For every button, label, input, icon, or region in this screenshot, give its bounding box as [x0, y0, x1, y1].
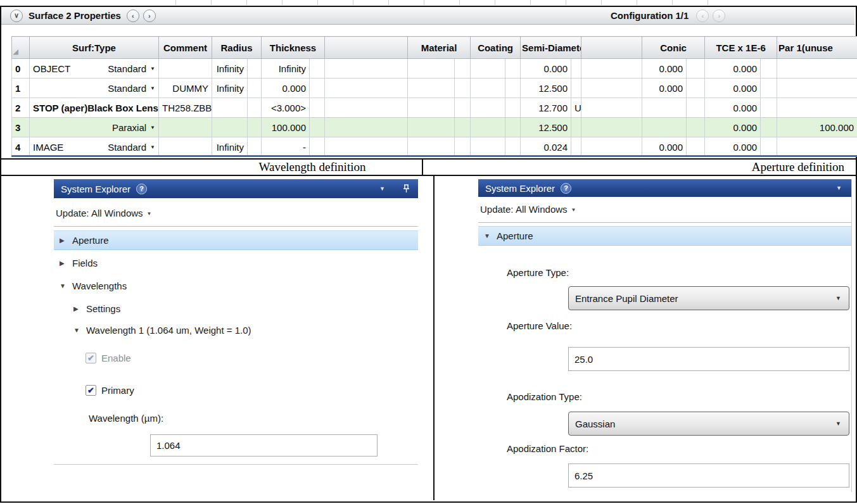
tree-item-settings[interactable]: ▶ Settings	[54, 299, 418, 318]
material-cell[interactable]	[408, 118, 455, 137]
coating-cell[interactable]	[471, 98, 505, 118]
thickness-cell[interactable]: -	[262, 137, 310, 157]
material-solve-cell[interactable]	[455, 59, 471, 79]
radius-solve-cell[interactable]	[248, 137, 262, 157]
tce-cell[interactable]: 0.000	[705, 59, 761, 79]
material-cell[interactable]	[408, 59, 455, 79]
material-cell[interactable]	[408, 79, 455, 98]
thickness-solve-cell[interactable]	[310, 137, 325, 157]
surf-type-cell[interactable]: Paraxial▼	[30, 118, 159, 137]
par1-cell[interactable]	[777, 98, 857, 118]
coating-solve-cell[interactable]	[505, 98, 521, 118]
coating-cell[interactable]	[471, 59, 505, 79]
radius-solve-cell[interactable]	[248, 59, 262, 79]
thickness-cell[interactable]: <3.000>	[262, 98, 310, 118]
tree-item-aperture-expanded[interactable]: ▼ Aperture	[478, 226, 852, 246]
semi-diameter-cell[interactable]: 0.000	[521, 59, 571, 79]
semi-diameter-cell[interactable]: 12.500	[521, 79, 571, 98]
conic-cell[interactable]: 0.000	[642, 59, 687, 79]
conic-solve-cell[interactable]	[687, 118, 705, 137]
semi-diameter-solve-cell[interactable]	[571, 59, 581, 79]
tree-item-wavelengths[interactable]: ▼ Wavelengths	[54, 276, 418, 296]
tce-cell[interactable]: 0.000	[705, 79, 761, 98]
tce-cell[interactable]: 0.000	[705, 137, 761, 157]
conic-solve-cell[interactable]	[687, 137, 705, 157]
surface-type-dropdown[interactable]: Black Box Lens▼	[87, 103, 158, 113]
radius-cell[interactable]	[212, 118, 248, 137]
radius-solve-cell[interactable]	[248, 98, 262, 118]
tce-solve-cell[interactable]	[761, 118, 777, 137]
semi-diameter-solve-cell[interactable]: U	[571, 98, 581, 118]
thickness-solve-cell[interactable]	[310, 98, 325, 118]
comment-cell[interactable]: TH258.ZBB	[159, 98, 212, 118]
surface-type-dropdown[interactable]: Standard▼	[108, 83, 155, 94]
tree-item-aperture[interactable]: ▶ Aperture	[54, 230, 418, 250]
thickness-solve-cell[interactable]	[310, 118, 325, 137]
panel-menu-arrow-icon[interactable]: ▼	[379, 186, 385, 192]
radius-cell[interactable]: Infinity	[212, 59, 248, 79]
surf-type-cell[interactable]: Standard▼	[30, 79, 159, 98]
next-surface-button[interactable]: ›	[143, 9, 156, 22]
material-solve-cell[interactable]	[455, 137, 471, 157]
surface-type-dropdown[interactable]: Standard▼	[108, 63, 155, 74]
aperture-type-dropdown[interactable]: Entrance Pupil Diameter ▼	[568, 286, 849, 310]
radius-cell[interactable]: Infinity	[212, 137, 248, 157]
tree-item-wavelength-1[interactable]: ▼ Wavelength 1 (1.064 um, Weight = 1.0)	[54, 320, 418, 340]
conic-cell[interactable]: 0.000	[642, 79, 687, 98]
semi-diameter-solve-cell[interactable]	[571, 118, 581, 137]
tce-cell[interactable]: 0.000	[705, 98, 761, 118]
radius-solve-cell[interactable]	[248, 79, 262, 98]
conic-solve-cell[interactable]	[687, 79, 705, 98]
collapse-panel-button[interactable]: ∨	[10, 9, 23, 22]
par1-cell[interactable]	[777, 79, 857, 98]
radius-cell[interactable]: Infinity	[212, 79, 248, 98]
tree-expanded-icon[interactable]: ▼	[73, 327, 81, 334]
conic-cell[interactable]: 0.000	[642, 137, 687, 157]
comment-cell[interactable]	[159, 118, 212, 137]
par1-cell[interactable]: 100.000	[777, 118, 857, 137]
comment-cell[interactable]	[159, 137, 212, 157]
panel-menu-arrow-icon[interactable]: ▼	[836, 185, 842, 191]
coating-cell[interactable]	[471, 79, 505, 98]
tree-expanded-icon[interactable]: ▼	[60, 282, 67, 289]
thickness-solve-cell[interactable]	[310, 59, 325, 79]
coating-solve-cell[interactable]	[505, 79, 521, 98]
semi-diameter-cell[interactable]: 12.500	[521, 118, 571, 137]
previous-configuration-button[interactable]: ‹	[696, 9, 709, 22]
radius-cell[interactable]	[212, 98, 248, 118]
wavelength-input[interactable]	[150, 434, 378, 457]
semi-diameter-cell[interactable]: 12.700	[521, 98, 571, 118]
apodization-factor-input[interactable]	[568, 463, 849, 488]
surf-type-cell[interactable]: IMAGE Standard▼	[30, 137, 159, 157]
conic-solve-cell[interactable]	[687, 59, 705, 79]
tce-solve-cell[interactable]	[761, 59, 777, 79]
semi-diameter-cell[interactable]: 0.024	[521, 137, 571, 157]
par1-cell[interactable]	[777, 137, 857, 157]
tree-collapsed-icon[interactable]: ▶	[60, 260, 67, 267]
tce-cell[interactable]: 0.000	[705, 118, 761, 137]
tree-collapsed-icon[interactable]: ▶	[60, 237, 67, 244]
radius-solve-cell[interactable]	[248, 118, 262, 137]
help-icon[interactable]: ?	[136, 184, 147, 194]
tce-solve-cell[interactable]	[761, 79, 777, 98]
surface-type-dropdown[interactable]: Paraxial▼	[112, 122, 155, 133]
pin-icon[interactable]	[403, 184, 410, 194]
left-update-selector[interactable]: Update: All Windows ▼	[56, 204, 152, 222]
primary-checkbox[interactable]: ✔	[86, 385, 96, 396]
semi-diameter-solve-cell[interactable]	[571, 79, 581, 98]
enable-checkbox[interactable]: ✔	[86, 353, 96, 363]
tce-solve-cell[interactable]	[761, 137, 777, 157]
surf-type-cell[interactable]: OBJECT Standard▼	[30, 59, 159, 79]
thickness-solve-cell[interactable]	[310, 79, 325, 98]
tree-collapsed-icon[interactable]: ▶	[73, 305, 81, 312]
next-configuration-button[interactable]: ›	[713, 9, 725, 22]
material-cell[interactable]	[408, 137, 455, 157]
coating-cell[interactable]	[471, 118, 505, 137]
surf-type-cell[interactable]: STOP (aper) Black Box Lens▼	[30, 98, 159, 118]
tce-solve-cell[interactable]	[761, 98, 777, 118]
material-solve-cell[interactable]	[455, 118, 471, 137]
comment-cell[interactable]: DUMMY	[159, 79, 212, 98]
material-solve-cell[interactable]	[455, 98, 471, 118]
previous-surface-button[interactable]: ‹	[127, 9, 139, 22]
thickness-cell[interactable]: 0.000	[262, 79, 310, 98]
